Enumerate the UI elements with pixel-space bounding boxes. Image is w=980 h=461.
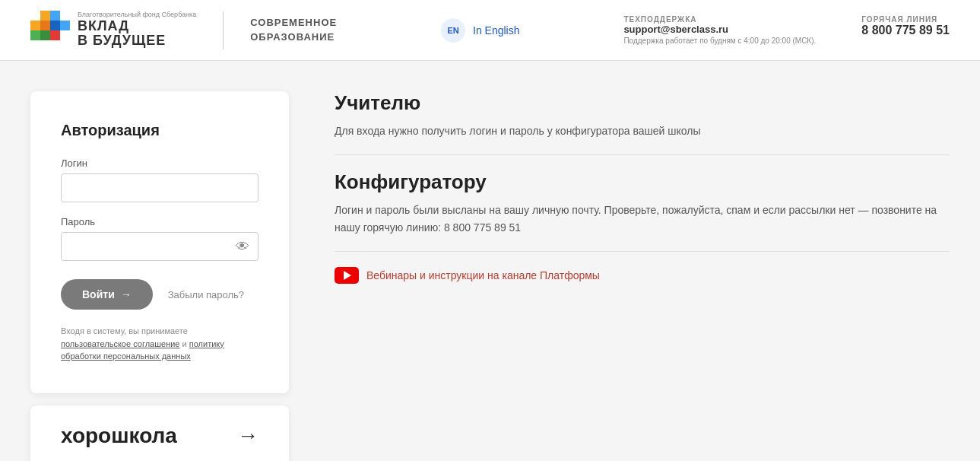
svg-rect-3: [30, 30, 40, 40]
login-button-label: Войти: [82, 288, 115, 300]
show-password-icon[interactable]: 👁: [236, 240, 249, 253]
youtube-link[interactable]: Вебинары и инструкции на канале Платформ…: [335, 267, 950, 284]
main-content: Авторизация Логин Пароль 👁 Войти → Забыл…: [0, 61, 980, 461]
logo-icon: [30, 11, 70, 50]
hotline-label: ГОРЯЧАЯ ЛИНИЯ: [861, 15, 950, 24]
terms-text: Входя в систему, вы принимаете пользоват…: [61, 325, 258, 363]
login-input[interactable]: [61, 173, 258, 202]
lang-badge: EN: [441, 18, 465, 43]
teacher-text: Для входа нужно получить логин и пароль …: [335, 122, 950, 139]
login-button[interactable]: Войти →: [61, 279, 153, 310]
svg-rect-2: [40, 21, 50, 30]
header-left: Благотворительный фонд Сбербанка ВКЛАД В…: [30, 11, 337, 50]
teacher-block: Учителю Для входа нужно получить логин и…: [335, 91, 950, 139]
password-input[interactable]: [61, 232, 258, 261]
form-actions: Войти → Забыли пароль?: [61, 279, 258, 310]
hotline-block: ГОРЯЧАЯ ЛИНИЯ 8 800 775 89 51: [861, 15, 950, 45]
info-section: Учителю Для входа нужно получить логин и…: [335, 91, 950, 461]
support-note: Поддержка работает по будням с 4:00 до 2…: [623, 37, 816, 45]
header: Благотворительный фонд Сбербанка ВКЛАД В…: [0, 0, 980, 61]
lang-link[interactable]: In English: [473, 24, 519, 37]
bottom-school-text: хорошкола: [61, 424, 177, 448]
header-subtitle: СОВРЕМЕННОЕ ОБРАЗОВАНИЕ: [250, 16, 337, 43]
logo-block: Благотворительный фонд Сбербанка ВКЛАД В…: [30, 11, 196, 50]
auth-card: Авторизация Логин Пароль 👁 Войти → Забыл…: [30, 91, 289, 393]
password-wrapper: 👁: [61, 232, 258, 261]
support-email: support@sberclass.ru: [623, 24, 816, 35]
language-selector[interactable]: EN In English: [441, 18, 519, 43]
bottom-arrow-icon: →: [237, 424, 258, 448]
svg-rect-6: [50, 11, 60, 21]
svg-rect-4: [40, 30, 50, 40]
login-label: Логин: [61, 157, 258, 169]
youtube-icon: [335, 267, 359, 284]
divider-1: [335, 154, 950, 155]
logo-main-text: ВКЛАД В БУДУЩЕЕ: [78, 19, 196, 49]
user-agreement-link[interactable]: пользовательское соглашение: [61, 339, 180, 348]
password-label: Пароль: [61, 216, 258, 227]
support-label: ТЕХПОДДЕРЖКА: [623, 15, 816, 24]
bottom-card[interactable]: хорошкола →: [30, 405, 289, 462]
configurator-text: Логин и пароль были высланы на вашу личн…: [335, 202, 950, 236]
login-arrow-icon: →: [121, 288, 132, 300]
left-column: Авторизация Логин Пароль 👁 Войти → Забыл…: [30, 91, 289, 461]
svg-rect-0: [30, 21, 40, 30]
auth-title: Авторизация: [61, 122, 258, 139]
logo-text: Благотворительный фонд Сбербанка ВКЛАД В…: [78, 11, 196, 49]
svg-rect-1: [40, 11, 50, 21]
svg-rect-5: [50, 21, 60, 30]
svg-rect-8: [60, 21, 70, 30]
hotline-number: 8 800 775 89 51: [861, 24, 950, 37]
divider-2: [335, 251, 950, 252]
support-block: ТЕХПОДДЕРЖКА support@sberclass.ru Поддер…: [623, 15, 816, 45]
svg-rect-7: [50, 30, 60, 40]
forgot-password-link[interactable]: Забыли пароль?: [168, 289, 244, 300]
youtube-text: Вебинары и инструкции на канале Платформ…: [366, 269, 600, 281]
header-divider: [223, 11, 224, 49]
configurator-title: Конфигуратору: [335, 170, 950, 194]
configurator-block: Конфигуратору Логин и пароль были выслан…: [335, 170, 950, 236]
header-right: ТЕХПОДДЕРЖКА support@sberclass.ru Поддер…: [623, 15, 950, 45]
teacher-title: Учителю: [335, 91, 950, 115]
